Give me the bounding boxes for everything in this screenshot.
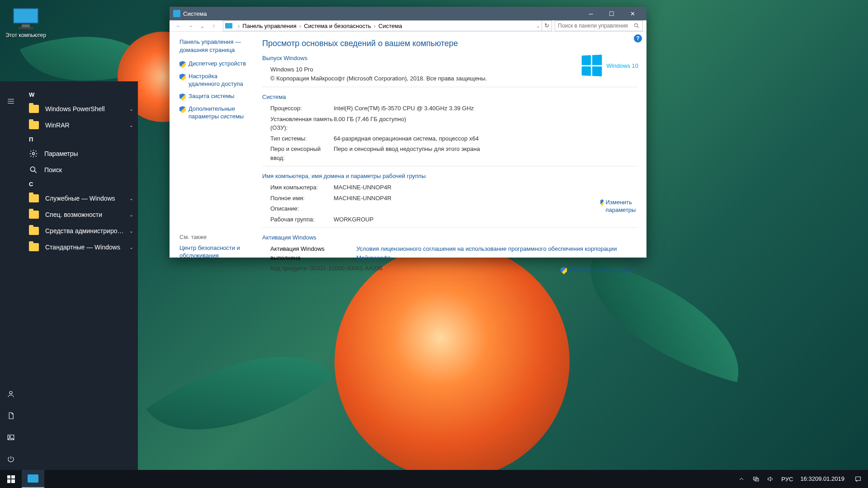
- computer-name-value: MACHINE-UNNOP4R: [334, 183, 392, 192]
- shield-icon: [179, 106, 186, 113]
- windows-logo-icon: [7, 475, 15, 483]
- chevron-down-icon: ⌄: [129, 106, 133, 112]
- svg-point-3: [33, 153, 35, 155]
- recent-button[interactable]: ⌄: [197, 20, 208, 31]
- maximize-button[interactable]: ☐: [601, 7, 622, 20]
- activation-status: Активация Windows выполнена: [270, 244, 352, 262]
- chevron-down-icon: ⌄: [129, 212, 133, 218]
- system-tray: РУС 16:32 09.01.2019: [734, 470, 868, 488]
- tray-notifications-button[interactable]: [848, 470, 868, 488]
- address-dropdown[interactable]: ⌄: [536, 23, 540, 28]
- window-title: Система: [183, 10, 207, 17]
- shield-icon: [600, 199, 604, 206]
- section-activation: Активация Windows: [262, 234, 637, 241]
- taskbar: РУС 16:32 09.01.2019: [0, 470, 868, 488]
- desktop-icon-label: Этот компьютер: [5, 32, 46, 38]
- svg-rect-8: [856, 477, 861, 480]
- start-apps-list: W Windows PowerShell ⌄ WinRAR ⌄ П Параме…: [22, 81, 138, 470]
- start-button[interactable]: [0, 470, 22, 488]
- explorer-toolbar: ← → ⌄ ↑ › Панель управления › Система и …: [170, 20, 646, 32]
- start-item-system-tools[interactable]: Служебные — Windows ⌄: [22, 190, 138, 206]
- close-button[interactable]: ✕: [622, 7, 643, 20]
- sidebar-link-system-protection[interactable]: Защита системы: [179, 93, 250, 101]
- shield-icon: [179, 74, 186, 81]
- tray-overflow-button[interactable]: [734, 470, 749, 488]
- folder-icon: [29, 227, 39, 235]
- section-system: Система: [262, 94, 637, 100]
- refresh-button[interactable]: ↻: [542, 20, 552, 31]
- computer-icon: [173, 10, 180, 17]
- wallpaper-flower: [335, 244, 570, 479]
- folder-icon: [29, 194, 39, 202]
- tray-language-button[interactable]: РУС: [778, 470, 797, 488]
- system-type-value: 64-разрядная операционная система, проце…: [334, 134, 479, 143]
- start-menu: W Windows PowerShell ⌄ WinRAR ⌄ П Параме…: [0, 81, 138, 470]
- minimize-button[interactable]: ─: [580, 7, 601, 20]
- start-item-admin-tools[interactable]: Средства администрирования... ⌄: [22, 223, 138, 239]
- sidebar-link-remote-settings[interactable]: Настройка удаленного доступа: [179, 73, 250, 88]
- start-item-search[interactable]: Поиск: [22, 162, 138, 178]
- start-item-accessories[interactable]: Стандартные — Windows ⌄: [22, 239, 138, 255]
- computer-icon: [12, 8, 39, 30]
- start-expand-button[interactable]: [0, 90, 22, 112]
- breadcrumb-control-panel[interactable]: Панель управления: [242, 23, 296, 29]
- cpu-value: Intel(R) Core(TM) i5-3570 CPU @ 3.40GHz …: [334, 104, 474, 113]
- back-button[interactable]: ←: [173, 20, 184, 31]
- tray-volume-button[interactable]: [763, 470, 778, 488]
- windows-logo: Windows 10: [581, 55, 638, 76]
- start-user-button[interactable]: [0, 383, 22, 405]
- start-rail: [0, 81, 22, 470]
- clock-date: 09.01.2019: [815, 475, 844, 483]
- up-button[interactable]: ↑: [208, 20, 219, 31]
- sidebar-link-advanced-settings[interactable]: Дополнительные параметры системы: [179, 105, 250, 121]
- svg-point-0: [9, 391, 12, 394]
- address-bar[interactable]: › Панель управления › Система и безопасн…: [223, 20, 542, 31]
- sidebar-link-device-manager[interactable]: Диспетчер устройств: [179, 60, 250, 68]
- chevron-down-icon: ⌄: [129, 244, 133, 250]
- license-terms-link[interactable]: Условия лицензионного соглашения на испо…: [356, 244, 637, 262]
- start-documents-button[interactable]: [0, 405, 22, 427]
- start-group-header[interactable]: С: [22, 178, 138, 190]
- chevron-down-icon: ⌄: [129, 228, 133, 234]
- breadcrumb-system[interactable]: Система: [378, 23, 402, 29]
- folder-icon: [29, 121, 39, 129]
- svg-point-5: [634, 23, 637, 27]
- breadcrumb-system-security[interactable]: Система и безопасность: [304, 23, 371, 29]
- ram-value: 8,00 ГБ (7,46 ГБ доступно): [334, 115, 406, 132]
- clock-time: 16:32: [800, 475, 815, 483]
- taskbar-app-system[interactable]: [22, 470, 44, 488]
- start-item-accessibility[interactable]: Спец. возможности ⌄: [22, 206, 138, 223]
- computer-icon: [225, 23, 232, 28]
- section-computer-name: Имя компьютера, имя домена и параметры р…: [262, 173, 637, 179]
- full-name-value: MACHINE-UNNOP4R: [334, 194, 392, 203]
- shield-icon: [179, 61, 186, 68]
- wallpaper-leaf: [146, 310, 334, 475]
- workgroup-value: WORKGROUP: [334, 215, 373, 224]
- search-box[interactable]: [555, 20, 643, 31]
- tray-network-button[interactable]: [749, 470, 763, 488]
- search-icon: [29, 165, 38, 174]
- change-product-key-link[interactable]: Изменить ключ продукта: [561, 267, 637, 274]
- svg-point-2: [9, 436, 10, 437]
- shield-icon: [561, 267, 567, 274]
- page-heading: Просмотр основных сведений о вашем компь…: [262, 39, 637, 48]
- window-titlebar[interactable]: Система ─ ☐ ✕: [170, 7, 646, 20]
- sidebar: Панель управления — домашняя страница Ди…: [170, 32, 253, 279]
- start-pictures-button[interactable]: [0, 427, 22, 448]
- start-item-settings[interactable]: Параметры: [22, 145, 138, 162]
- desktop-icon-this-pc[interactable]: Этот компьютер: [5, 8, 46, 38]
- user-icon: [7, 390, 15, 398]
- start-item-winrar[interactable]: WinRAR ⌄: [22, 117, 138, 133]
- change-settings-link[interactable]: Изменить параметры: [600, 199, 637, 214]
- start-group-header[interactable]: W: [22, 89, 138, 101]
- start-item-windows-powershell[interactable]: Windows PowerShell ⌄: [22, 101, 138, 117]
- start-power-button[interactable]: [0, 448, 22, 470]
- sidebar-home-link[interactable]: Панель управления — домашняя страница: [179, 38, 250, 54]
- tray-clock[interactable]: 16:32 09.01.2019: [797, 470, 848, 488]
- forward-button[interactable]: →: [185, 20, 196, 31]
- search-input[interactable]: [558, 23, 633, 29]
- notification-icon: [854, 475, 862, 483]
- see-also-security-center[interactable]: Центр безопасности и обслуживания: [179, 244, 250, 260]
- start-group-header[interactable]: П: [22, 133, 138, 145]
- folder-icon: [29, 105, 39, 113]
